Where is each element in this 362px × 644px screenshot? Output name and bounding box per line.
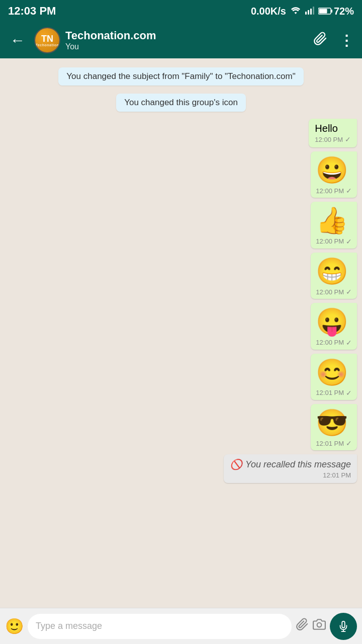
svg-rect-5 <box>319 9 327 14</box>
bubble-emoji2[interactable]: 👍 12:00 PM ✓ <box>311 202 357 248</box>
svg-rect-3 <box>313 7 314 15</box>
message-row-recalled: 🚫 You recalled this message 12:01 PM <box>5 454 357 483</box>
camera-button[interactable] <box>313 618 326 634</box>
emoji6: 😎 <box>316 407 352 438</box>
emoji1: 😀 <box>316 154 352 186</box>
status-right: 0.00K/s 72% <box>251 6 354 17</box>
bubble-emoji1[interactable]: 😀 12:00 PM ✓ <box>311 151 357 198</box>
mic-button[interactable] <box>330 613 357 640</box>
emoji3: 😁 <box>316 256 352 287</box>
bubble-time-emoji5: 12:01 PM <box>316 389 344 396</box>
emoji5: 😊 <box>316 357 352 388</box>
status-bar: 12:03 PM 0.00K/s 72% <box>0 0 362 22</box>
message-row-emoji6: 😎 12:01 PM ✓ <box>5 404 357 450</box>
svg-rect-0 <box>305 12 307 15</box>
message-row-emoji4: 😛 12:00 PM ✓ <box>5 303 357 349</box>
emoji-picker-button[interactable]: 🙂 <box>5 617 24 635</box>
bubble-meta-emoji3: 12:00 PM ✓ <box>316 288 352 296</box>
back-button[interactable]: ← <box>6 30 29 51</box>
bubble-meta-emoji6: 12:01 PM ✓ <box>316 439 352 447</box>
bubble-time-emoji2: 12:00 PM <box>316 237 344 245</box>
emoji2: 👍 <box>316 205 352 236</box>
message-row-emoji1: 😀 12:00 PM ✓ <box>5 151 357 198</box>
recalled-content: 🚫 You recalled this message <box>230 458 351 470</box>
checkmark-emoji5: ✓ <box>346 389 352 397</box>
bubble-meta-recalled: 12:01 PM <box>230 471 351 479</box>
message-row-emoji3: 😁 12:00 PM ✓ <box>5 253 357 299</box>
battery-percent: 72% <box>334 6 354 17</box>
svg-rect-6 <box>331 10 332 13</box>
svg-rect-1 <box>308 10 309 15</box>
attach-button[interactable] <box>296 618 309 634</box>
checkmark-emoji3: ✓ <box>346 288 352 296</box>
bubble-time-recalled: 12:01 PM <box>323 471 351 479</box>
checkmark-hello: ✓ <box>345 135 351 143</box>
bubble-time-hello: 12:00 PM <box>315 136 343 143</box>
checkmark-emoji6: ✓ <box>346 439 352 447</box>
attach-icon[interactable] <box>311 30 329 51</box>
avatar-subtitle: Techonation <box>36 43 59 47</box>
bubble-emoji5[interactable]: 😊 12:01 PM ✓ <box>311 354 357 400</box>
bubble-meta-emoji4: 12:00 PM ✓ <box>316 339 352 347</box>
avatar-initials: TN <box>41 34 53 43</box>
more-options-icon[interactable]: ⋮ <box>337 30 356 51</box>
network-speed: 0.00K/s <box>251 6 286 17</box>
checkmark-emoji2: ✓ <box>346 237 352 246</box>
message-row-emoji2: 👍 12:00 PM ✓ <box>5 202 357 248</box>
message-row-emoji5: 😊 12:01 PM ✓ <box>5 354 357 400</box>
bubble-emoji4[interactable]: 😛 12:00 PM ✓ <box>311 303 357 349</box>
recalled-text: You recalled this message <box>245 459 351 470</box>
header-info[interactable]: Techonation.com You <box>65 29 306 51</box>
checkmark-emoji1: ✓ <box>346 187 352 195</box>
bubble-hello[interactable]: Hello 12:00 PM ✓ <box>309 119 357 147</box>
bubble-time-emoji1: 12:00 PM <box>316 187 344 195</box>
message-placeholder: Type a message <box>36 621 102 631</box>
chat-header: ← TN Techonation Techonation.com You ⋮ <box>0 22 362 58</box>
header-icons: ⋮ <box>311 30 356 51</box>
message-input-field[interactable]: Type a message <box>28 614 292 639</box>
checkmark-emoji4: ✓ <box>346 339 352 347</box>
bubble-emoji3[interactable]: 😁 12:00 PM ✓ <box>311 253 357 299</box>
bubble-meta-emoji5: 12:01 PM ✓ <box>316 389 352 397</box>
chat-area: You changed the subject from "Family" to… <box>0 58 362 608</box>
bubble-time-emoji3: 12:00 PM <box>316 288 344 296</box>
message-row-hello: Hello 12:00 PM ✓ <box>5 119 357 147</box>
signal-icon <box>305 6 314 17</box>
group-avatar[interactable]: TN Techonation <box>34 27 60 53</box>
battery-indicator: 72% <box>318 6 354 17</box>
system-message-icon: You changed this group's icon <box>116 94 246 112</box>
emoji4: 😛 <box>316 306 352 337</box>
bubble-meta-emoji2: 12:00 PM ✓ <box>316 237 352 246</box>
bubble-recalled[interactable]: 🚫 You recalled this message 12:01 PM <box>224 454 357 483</box>
group-name: Techonation.com <box>65 29 306 42</box>
bubble-meta-emoji1: 12:00 PM ✓ <box>316 187 352 195</box>
recalled-icon: 🚫 <box>230 458 242 470</box>
bubble-time-emoji4: 12:00 PM <box>316 339 344 346</box>
input-bar: 🙂 Type a message <box>0 608 362 644</box>
wifi-icon <box>290 6 301 17</box>
bubble-meta-hello: 12:00 PM ✓ <box>315 135 351 143</box>
system-message-subject: You changed the subject from "Family" to… <box>58 67 303 86</box>
bubble-text-hello: Hello <box>315 123 351 134</box>
status-time: 12:03 PM <box>8 5 56 18</box>
header-subtitle: You <box>65 42 306 51</box>
svg-rect-2 <box>310 9 312 15</box>
bubble-time-emoji6: 12:01 PM <box>316 440 344 447</box>
bubble-emoji6[interactable]: 😎 12:01 PM ✓ <box>311 404 357 450</box>
svg-point-7 <box>317 623 322 627</box>
